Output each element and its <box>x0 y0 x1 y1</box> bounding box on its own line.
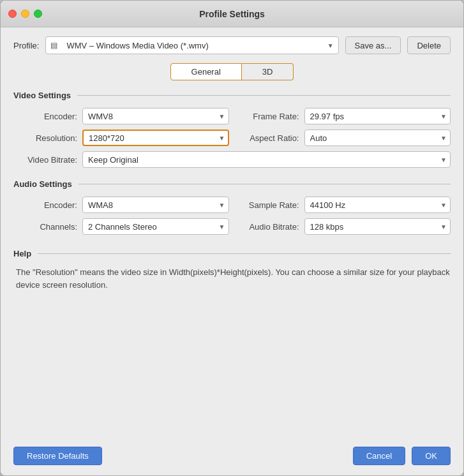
audio-settings-grid: Encoder: WMA8 WMA9 AAC ▼ Sample Rate: <box>13 197 451 235</box>
video-settings-title: Video Settings <box>13 91 71 100</box>
tab-row: General 3D <box>13 63 451 80</box>
restore-defaults-button[interactable]: Restore Defaults <box>13 447 102 465</box>
channels-select[interactable]: 2 Channels Stereo 1 Channel Mono <box>82 218 229 235</box>
audio-settings-section: Audio Settings Encoder: WMA8 WMA9 AAC ▼ <box>13 179 451 235</box>
audio-encoder-row: Encoder: WMA8 WMA9 AAC ▼ <box>20 197 229 213</box>
profile-select-wrapper: ▤ WMV – Windows Media Video (*.wmv) MP4 … <box>45 36 338 54</box>
aspect-ratio-select[interactable]: Auto 16:9 4:3 1:1 <box>304 130 451 146</box>
audio-encoder-label: Encoder: <box>20 200 77 210</box>
cancel-button[interactable]: Cancel <box>353 447 405 465</box>
tab-3d[interactable]: 3D <box>242 63 294 80</box>
audio-encoder-select-wrapper: WMA8 WMA9 AAC ▼ <box>82 197 229 213</box>
audio-section-line <box>79 184 451 184</box>
content-area: Profile: ▤ WMV – Windows Media Video (*.… <box>1 27 463 439</box>
resolution-select-wrapper: 1280*720 1920*1080 854*480 640*360 ▼ <box>82 130 229 146</box>
sample-rate-label: Sample Rate: <box>242 200 299 210</box>
audio-settings-header: Audio Settings <box>13 179 451 189</box>
video-bitrate-select-wrapper: Keep Original 8000 kbps 4000 kbps 2000 k… <box>82 151 451 168</box>
resolution-label: Resolution: <box>20 133 77 143</box>
channels-label: Channels: <box>20 222 77 232</box>
profile-icon: ▤ <box>50 41 57 50</box>
save-as-button[interactable]: Save as... <box>345 36 401 54</box>
profile-row: Profile: ▤ WMV – Windows Media Video (*.… <box>13 36 451 54</box>
channels-select-wrapper: 2 Channels Stereo 1 Channel Mono ▼ <box>82 218 229 235</box>
footer: Restore Defaults Cancel OK <box>1 439 463 475</box>
footer-right: Cancel OK <box>353 447 451 465</box>
sample-rate-select-wrapper: 44100 Hz 48000 Hz 22050 Hz ▼ <box>304 197 451 213</box>
audio-bitrate-select-wrapper: 128 kbps 192 kbps 256 kbps 64 kbps ▼ <box>304 218 451 235</box>
sample-rate-select[interactable]: 44100 Hz 48000 Hz 22050 Hz <box>304 197 451 213</box>
ok-button[interactable]: OK <box>412 447 451 465</box>
frame-rate-select[interactable]: 29.97 fps 25 fps 24 fps 30 fps <box>304 108 451 124</box>
audio-encoder-select[interactable]: WMA8 WMA9 AAC <box>82 197 229 213</box>
encoder-label: Encoder: <box>20 112 77 121</box>
audio-settings-title: Audio Settings <box>13 179 72 189</box>
encoder-row: Encoder: WMV8 WMV9 WMV7 ▼ <box>20 108 229 124</box>
profile-select[interactable]: WMV – Windows Media Video (*.wmv) MP4 – … <box>45 36 338 54</box>
tab-general[interactable]: General <box>170 63 242 80</box>
channels-row: Channels: 2 Channels Stereo 1 Channel Mo… <box>20 218 229 235</box>
audio-bitrate-select[interactable]: 128 kbps 192 kbps 256 kbps 64 kbps <box>304 218 451 235</box>
video-bitrate-row: Video Bitrate: Keep Original 8000 kbps 4… <box>13 151 451 168</box>
minimize-button[interactable] <box>21 10 29 18</box>
audio-bitrate-row: Audio Bitrate: 128 kbps 192 kbps 256 kbp… <box>242 218 451 235</box>
encoder-select-wrapper: WMV8 WMV9 WMV7 ▼ <box>82 108 229 124</box>
aspect-ratio-select-wrapper: Auto 16:9 4:3 1:1 ▼ <box>304 130 451 146</box>
audio-bitrate-label: Audio Bitrate: <box>242 222 299 232</box>
video-settings-section: Video Settings Encoder: WMV8 WMV9 WMV7 ▼ <box>13 91 451 168</box>
frame-rate-row: Frame Rate: 29.97 fps 25 fps 24 fps 30 f… <box>242 108 451 124</box>
resolution-row: Resolution: 1280*720 1920*1080 854*480 6… <box>20 130 229 146</box>
video-section-line <box>77 95 451 96</box>
title-bar: Profile Settings <box>1 1 463 27</box>
help-header: Help <box>13 249 451 258</box>
frame-rate-select-wrapper: 29.97 fps 25 fps 24 fps 30 fps ▼ <box>304 108 451 124</box>
help-section-line <box>38 253 451 254</box>
help-section: Help The "Resolution" means the video si… <box>13 249 451 291</box>
video-encoder-select[interactable]: WMV8 WMV9 WMV7 <box>82 108 229 124</box>
sample-rate-row: Sample Rate: 44100 Hz 48000 Hz 22050 Hz … <box>242 197 451 213</box>
help-title: Help <box>13 249 31 258</box>
profile-label: Profile: <box>13 41 39 50</box>
video-bitrate-select[interactable]: Keep Original 8000 kbps 4000 kbps 2000 k… <box>82 151 451 168</box>
video-bitrate-label: Video Bitrate: <box>20 155 77 165</box>
resolution-select[interactable]: 1280*720 1920*1080 854*480 640*360 <box>82 130 229 146</box>
window-title: Profile Settings <box>199 9 265 19</box>
maximize-button[interactable] <box>34 10 42 18</box>
frame-rate-label: Frame Rate: <box>242 112 299 121</box>
profile-settings-window: Profile Settings Profile: ▤ WMV – Window… <box>0 0 464 476</box>
video-settings-grid: Encoder: WMV8 WMV9 WMV7 ▼ Frame Rate: <box>13 108 451 146</box>
aspect-ratio-label: Aspect Ratio: <box>242 133 299 143</box>
traffic-lights <box>8 10 42 18</box>
aspect-ratio-row: Aspect Ratio: Auto 16:9 4:3 1:1 ▼ <box>242 130 451 146</box>
delete-button[interactable]: Delete <box>407 36 451 54</box>
close-button[interactable] <box>8 10 17 18</box>
video-settings-header: Video Settings <box>13 91 451 100</box>
help-text: The "Resolution" means the video size in… <box>13 266 451 291</box>
